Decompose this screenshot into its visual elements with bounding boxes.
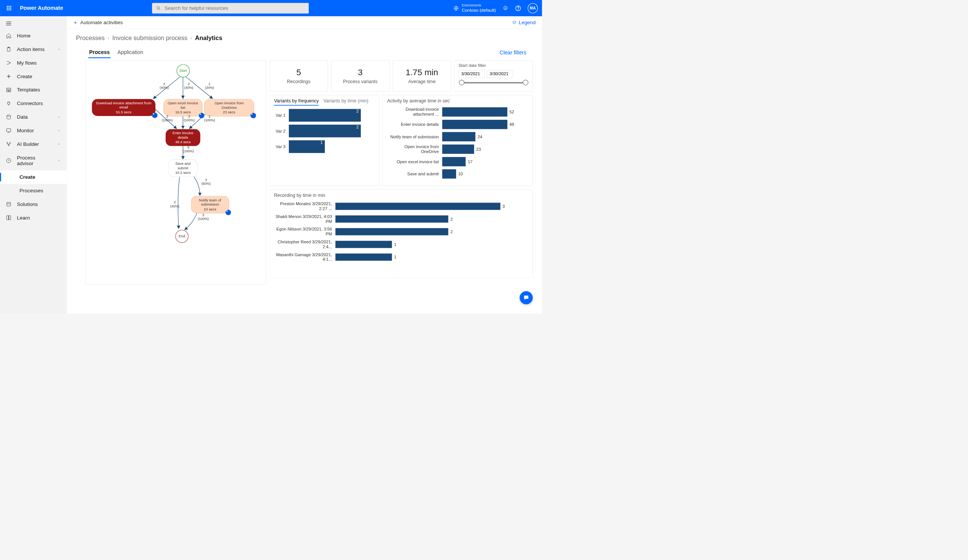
edge-label: 2 (100%) bbox=[184, 114, 195, 122]
chart-bar[interactable]: Enter invoice details48 bbox=[387, 120, 528, 129]
flowchart-node-save[interactable]: Save and submit10.2 secs bbox=[168, 159, 198, 177]
kpi-variants[interactable]: 3 Process variants bbox=[331, 61, 390, 92]
chevron-up-icon bbox=[58, 159, 61, 162]
tab-process[interactable]: Process bbox=[88, 47, 111, 58]
help-button[interactable] bbox=[515, 5, 521, 12]
date-to-input[interactable] bbox=[487, 70, 513, 78]
bar-label: Var 2 bbox=[274, 129, 289, 134]
kpi-row: 5 Recordings 3 Process variants 1.75 min… bbox=[270, 61, 533, 92]
chevron-down-icon bbox=[57, 115, 61, 119]
automation-badge-icon bbox=[152, 112, 157, 118]
edge-label: 1 (20%) bbox=[205, 82, 214, 89]
chart-bar[interactable]: Open invoice from OneDrive23 bbox=[387, 144, 528, 154]
nav-home[interactable]: Home bbox=[0, 29, 66, 43]
nav-process-advisor[interactable]: Process advisor bbox=[0, 151, 66, 170]
chart-bar[interactable]: Download invoice attachment ...52 bbox=[387, 107, 528, 117]
svg-point-0 bbox=[157, 7, 159, 9]
flowchart-start[interactable]: Start bbox=[177, 64, 190, 78]
nav-monitor[interactable]: Monitor bbox=[0, 124, 66, 137]
clipboard-icon bbox=[6, 46, 12, 52]
clear-filters-link[interactable]: Clear filters bbox=[499, 50, 526, 56]
nav-collapse-button[interactable] bbox=[0, 19, 66, 29]
bar-label: Shakti Menon 3/29/2021, 4:03 PM bbox=[274, 214, 335, 224]
kpi-recordings[interactable]: 5 Recordings bbox=[270, 61, 328, 92]
activity-chart[interactable]: Download invoice attachment ...52Enter i… bbox=[387, 107, 528, 178]
legend-button[interactable]: Legend bbox=[512, 20, 536, 26]
nav-create[interactable]: Create bbox=[0, 69, 66, 83]
search-input[interactable] bbox=[164, 5, 304, 12]
environment-picker[interactable]: Environments Contoso (default) bbox=[453, 3, 496, 12]
kpi-avgtime[interactable]: 1.75 min Average time bbox=[393, 61, 451, 92]
flowchart-node-enter[interactable]: Enter invoice details48.4 secs bbox=[166, 129, 201, 146]
breadcrumb-processes[interactable]: Processes bbox=[76, 35, 105, 41]
nav-templates[interactable]: Templates bbox=[0, 83, 66, 97]
nav-process-create[interactable]: Create bbox=[0, 170, 66, 184]
chart-bar[interactable]: Open excel invoice list17 bbox=[387, 157, 528, 167]
flowchart-end[interactable]: End bbox=[176, 230, 189, 243]
chart-bar[interactable]: Shakti Menon 3/29/2021, 4:03 PM2 bbox=[274, 214, 529, 224]
bar-fill bbox=[335, 228, 448, 235]
flowchart-panel[interactable]: Start 2 (40%) 2 (40%) 1 (20%) Download i… bbox=[85, 61, 266, 285]
svg-rect-18 bbox=[7, 129, 11, 132]
tab-variants-time[interactable]: Variants by time (min) bbox=[323, 98, 368, 106]
nav-processes[interactable]: Processes bbox=[0, 184, 66, 198]
date-slider[interactable] bbox=[461, 82, 527, 83]
nav-my-flows[interactable]: My flows bbox=[0, 56, 66, 69]
slider-thumb-right[interactable] bbox=[523, 80, 529, 85]
chevron-down-icon bbox=[57, 48, 61, 51]
nav-learn[interactable]: Learn bbox=[0, 211, 66, 225]
chart-bar[interactable]: Notify team of submission24 bbox=[387, 132, 528, 141]
bar-value: 1 bbox=[320, 140, 323, 145]
flowchart-node-download[interactable]: Download invoice attachment from email51… bbox=[92, 99, 156, 116]
flowchart-node-notify[interactable]: Notify team of submission24 secs bbox=[191, 196, 229, 213]
recording-panel-title: Recording by time in min bbox=[274, 193, 529, 198]
chart-bar[interactable]: Var 12 bbox=[274, 109, 375, 122]
bar-label: Open excel invoice list bbox=[387, 159, 443, 164]
chart-bar[interactable]: Egon Nilsson 3/29/2021, 3:56 PM2 bbox=[274, 227, 529, 236]
solutions-icon bbox=[6, 202, 12, 207]
slider-thumb-left[interactable] bbox=[459, 80, 465, 85]
recording-chart[interactable]: Preston Morales 3/29/2021, 2:27 ...3Shak… bbox=[274, 202, 529, 262]
nav-connectors[interactable]: Connectors bbox=[0, 97, 66, 110]
nav-data[interactable]: Data bbox=[0, 110, 66, 124]
user-avatar[interactable]: MA bbox=[528, 3, 538, 13]
automation-badge-icon bbox=[225, 210, 231, 215]
bar-value: 2 bbox=[450, 230, 453, 234]
bar-fill bbox=[442, 132, 475, 141]
nav-solutions[interactable]: Solutions bbox=[0, 197, 66, 211]
breadcrumb-process-name[interactable]: Invoice submission process bbox=[112, 35, 187, 41]
tab-variants-frequency[interactable]: Variants by frequency bbox=[274, 98, 319, 106]
edge-label: 2 (40%) bbox=[159, 82, 169, 89]
bar-fill: 1 bbox=[289, 140, 325, 153]
bar-fill bbox=[335, 215, 448, 223]
chart-bar[interactable]: Christopher Reed 3/29/2021, 2:4...1 bbox=[274, 240, 529, 249]
data-icon bbox=[6, 114, 12, 120]
plus-icon bbox=[6, 74, 12, 79]
tab-application[interactable]: Application bbox=[116, 47, 144, 58]
edge-label: 3 (100%) bbox=[198, 213, 209, 221]
variants-chart[interactable]: Var 12Var 22Var 31 bbox=[274, 109, 375, 153]
svg-point-3 bbox=[505, 8, 506, 9]
nav-action-items[interactable]: Action items bbox=[0, 43, 66, 56]
automate-activities-button[interactable]: Automate activities bbox=[73, 20, 123, 26]
date-from-input[interactable] bbox=[458, 70, 484, 78]
chart-bar[interactable]: Wasanthi Gamage 3/29/2021, 4:1...1 bbox=[274, 253, 529, 262]
flowchart-node-excel[interactable]: Open excel invoice list16.5 secs bbox=[163, 99, 202, 116]
flowchart-node-onedrive[interactable]: Open invoice from OneDrive23 secs bbox=[204, 99, 254, 116]
app-title: Power Automate bbox=[20, 5, 63, 12]
search-box[interactable] bbox=[152, 3, 308, 13]
chat-button[interactable] bbox=[520, 291, 533, 304]
bar-fill bbox=[442, 169, 456, 179]
hamburger-icon bbox=[6, 21, 12, 26]
recording-panel: Recording by time in min Preston Morales… bbox=[270, 189, 533, 278]
main-content: Automate activities Legend Processes › I… bbox=[66, 16, 542, 314]
bar-fill bbox=[335, 203, 500, 210]
chart-bar[interactable]: Var 22 bbox=[274, 125, 375, 137]
chart-bar[interactable]: Save and submit10 bbox=[387, 169, 528, 179]
chart-bar[interactable]: Preston Morales 3/29/2021, 2:27 ...3 bbox=[274, 202, 529, 211]
settings-button[interactable] bbox=[502, 5, 509, 12]
nav-ai-builder[interactable]: AI Builder bbox=[0, 137, 66, 151]
chart-bar[interactable]: Var 31 bbox=[274, 140, 375, 153]
ai-icon bbox=[6, 141, 12, 147]
app-launcher-button[interactable] bbox=[4, 3, 13, 13]
